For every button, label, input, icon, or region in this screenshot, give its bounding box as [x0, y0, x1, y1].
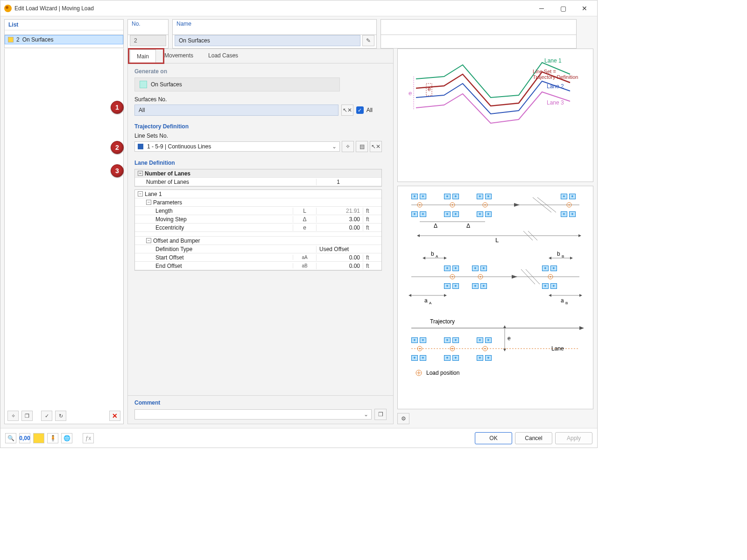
toolbar-precision-button[interactable]: 0,00: [19, 433, 30, 443]
comment-combo[interactable]: ⌄: [134, 409, 372, 420]
no-panel: No.: [127, 19, 169, 35]
lane-treegrid[interactable]: −Number of Lanes Number of Lanes1: [134, 169, 382, 187]
tab-movements[interactable]: Movements: [158, 49, 200, 63]
maximize-button[interactable]: ▢: [552, 1, 574, 16]
script-icon: ƒx: [85, 435, 92, 441]
titlebar: Edit Load Wizard | Moving Load ─ ▢ ✕: [0, 0, 597, 16]
reload-button[interactable]: ↻: [55, 411, 66, 421]
list-header-panel: List: [4, 19, 124, 35]
svg-marker-58: [579, 294, 582, 297]
svg-point-16: [485, 204, 486, 205]
collapse-icon[interactable]: −: [146, 200, 151, 205]
svg-marker-10: [514, 203, 520, 207]
all-checkbox[interactable]: ✓: [356, 106, 364, 114]
svg-marker-42: [512, 275, 517, 279]
minimize-button[interactable]: ─: [531, 1, 552, 16]
svg-point-74: [485, 348, 486, 349]
list-item[interactable]: 2 On Surfaces: [5, 35, 123, 44]
length-label: Length: [135, 208, 293, 214]
bottom-bar: 🔍 0,00 🧍 🌐 ƒx OK Cancel Apply: [0, 428, 597, 448]
copy-icon: ❐: [25, 413, 29, 419]
toolbar-globe-button[interactable]: 🌐: [61, 433, 72, 443]
toolbar-model-button[interactable]: 🧍: [47, 433, 58, 443]
edit-name-button[interactable]: ✎: [362, 35, 374, 46]
close-button[interactable]: ✕: [574, 1, 595, 16]
startoff-label: Start Offset: [135, 254, 293, 261]
svg-marker-26: [417, 234, 420, 237]
trajectory-section-title: Trajectory Definition: [134, 123, 387, 130]
check-button[interactable]: ✓: [41, 411, 52, 421]
endoff-value[interactable]: 0.00: [316, 263, 363, 269]
svg-point-72: [452, 348, 453, 349]
collapse-icon[interactable]: −: [138, 171, 143, 176]
check-icon: ✓: [45, 413, 49, 419]
color-swatch-icon: [8, 37, 14, 42]
window-title: Edit Load Wizard | Moving Load: [14, 5, 94, 12]
copy-button[interactable]: ❐: [21, 411, 33, 421]
no-label: No.: [128, 20, 168, 28]
toolbar-script-button[interactable]: ƒx: [83, 433, 94, 443]
svg-text:e: e: [507, 335, 511, 342]
surfaces-no-input[interactable]: All: [134, 105, 338, 116]
deftype-value[interactable]: Used Offset: [316, 246, 363, 252]
blue-swatch-icon: [138, 144, 143, 149]
tab-main[interactable]: Main: [130, 49, 156, 63]
toolbar-color-button[interactable]: [33, 433, 44, 443]
svg-point-48: [550, 276, 551, 277]
delete-button[interactable]: ✕: [109, 411, 120, 421]
tab-load-cases[interactable]: Load Cases: [202, 49, 245, 63]
ecc-label: Eccentricity: [135, 224, 293, 231]
no-input[interactable]: 2: [130, 35, 166, 46]
collapse-icon[interactable]: −: [138, 191, 143, 196]
generate-section-title: Generate on: [134, 68, 387, 75]
ecc-value[interactable]: 0.00: [316, 224, 363, 231]
apply-button[interactable]: Apply: [555, 432, 592, 444]
ok-button[interactable]: OK: [475, 432, 512, 444]
new-button[interactable]: ✧: [7, 411, 19, 421]
svg-marker-38: [570, 257, 573, 259]
offset-label: Offset and Bumper: [153, 238, 200, 244]
surface-swatch-icon: [140, 81, 147, 88]
help-diagram-button[interactable]: ⚙: [397, 413, 409, 424]
svg-marker-37: [549, 257, 551, 259]
name-panel: Name: [172, 19, 377, 35]
callout-1: 1: [111, 101, 124, 114]
edit-lineset-button[interactable]: ▤: [356, 141, 368, 152]
edit-icon: ▤: [359, 143, 365, 150]
diagram-moving: ++ ++ ++ ++: [397, 186, 593, 409]
list-item-no: 2: [16, 36, 20, 43]
pick-lineset-button[interactable]: ↖✕: [370, 141, 382, 152]
name-input[interactable]: On Surfaces: [175, 35, 360, 46]
new-lineset-button[interactable]: ✧: [342, 141, 354, 152]
cancel-button[interactable]: Cancel: [515, 432, 552, 444]
svg-text:A: A: [436, 254, 438, 259]
svg-text:Δ: Δ: [466, 223, 470, 229]
nlanes-label: Number of Lanes: [135, 179, 293, 185]
lane1-label: Lane 1: [145, 191, 162, 197]
startoff-value[interactable]: 0.00: [316, 254, 363, 261]
svg-marker-33: [444, 257, 447, 259]
pick-surfaces-button[interactable]: ↖✕: [341, 105, 353, 116]
comment-library-button[interactable]: ❐: [374, 409, 387, 420]
collapse-icon[interactable]: −: [146, 238, 151, 243]
precision-icon: 0,00: [19, 435, 30, 441]
list-panel: ✧ ❐ ✓ ↻ ✕: [4, 49, 124, 424]
step-value[interactable]: 3.00: [316, 216, 363, 223]
new-icon: ✧: [11, 413, 15, 419]
nlanes-value[interactable]: 1: [316, 179, 363, 185]
toolbar-search-button[interactable]: 🔍: [5, 433, 16, 443]
endoff-label: End Offset: [135, 263, 293, 269]
svg-text:a: a: [561, 297, 564, 304]
svg-text:b: b: [431, 251, 434, 257]
callout-2: 2: [111, 141, 124, 154]
new-icon: ✧: [345, 143, 350, 150]
svg-text:b: b: [557, 251, 560, 257]
nlanes-header: Number of Lanes: [145, 170, 190, 177]
globe-icon: 🌐: [63, 435, 70, 441]
svg-marker-53: [444, 294, 447, 297]
linesets-select[interactable]: 1 - 5-9 | Continuous Lines ⌄: [134, 141, 340, 152]
diagram-lanes: Lane 1 Line Set = Trajectory Definition …: [397, 49, 593, 182]
library-icon: ❐: [378, 411, 383, 418]
svg-text:Trajectory: Trajectory: [430, 318, 455, 325]
list-header: List: [5, 20, 123, 30]
